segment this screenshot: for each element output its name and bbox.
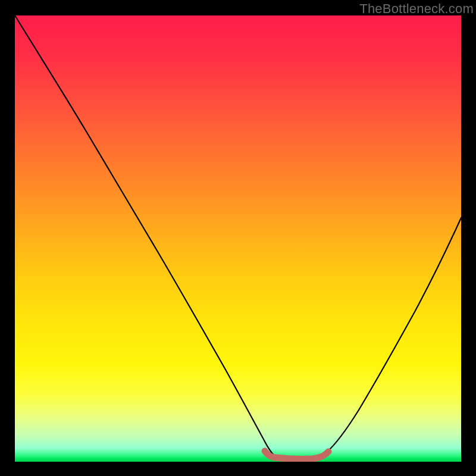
highlight-band [265,451,328,459]
chart-svg [15,15,461,462]
chart-root: TheBottleneck.com [0,0,476,476]
bottleneck-curve [15,15,461,457]
plot-area [15,15,461,462]
watermark-text: TheBottleneck.com [359,1,474,17]
